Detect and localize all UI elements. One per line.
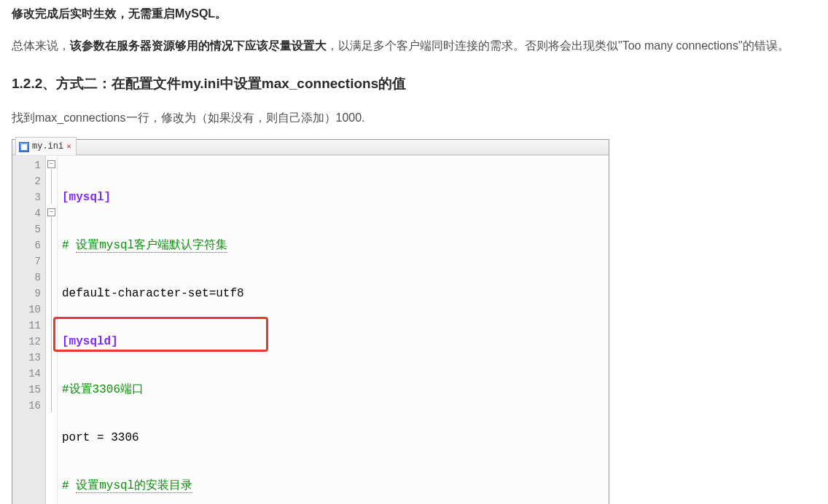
code-line: [mysqld] xyxy=(62,334,609,350)
fold-toggle-mysql[interactable]: − xyxy=(47,160,55,168)
editor-tab-bar: my.ini ✕ xyxy=(12,140,609,155)
line-number: 6 xyxy=(12,237,41,253)
code-line: port = 3306 xyxy=(62,430,609,446)
code-editor: my.ini ✕ 12345678910111213141516 − − [my… xyxy=(12,139,609,504)
code-line: # 设置mysql的安装目录 xyxy=(62,478,609,494)
line-number: 14 xyxy=(12,366,41,382)
line-number: 8 xyxy=(12,269,41,286)
line-number: 9 xyxy=(12,286,41,302)
code-content: [mysql] # 设置mysql客户端默认字符集 default-charac… xyxy=(58,156,609,504)
para-1-bold: 修改完成后实时生效，无需重启MySQL。 xyxy=(12,7,227,20)
fold-column: − − xyxy=(46,156,58,504)
line-number: 15 xyxy=(12,382,41,398)
fold-toggle-mysqld[interactable]: − xyxy=(47,208,55,216)
para-1: 修改完成后实时生效，无需重启MySQL。 xyxy=(12,3,816,25)
line-number: 1 xyxy=(12,157,41,173)
line-number: 10 xyxy=(12,302,41,318)
line-number: 2 xyxy=(12,173,41,189)
heading-method-2: 1.2.2、方式二：在配置文件my.ini中设置max_connections的… xyxy=(12,71,816,97)
code-line: [mysql] xyxy=(62,189,609,205)
line-number-gutter: 12345678910111213141516 xyxy=(12,156,46,504)
para-2: 总体来说，该参数在服务器资源够用的情况下应该尽量设置大，以满足多个客户端同时连接… xyxy=(12,35,816,57)
line-number: 11 xyxy=(12,318,41,334)
para-3: 找到max_connections一行，修改为（如果没有，则自己添加）1000. xyxy=(12,107,816,129)
line-number: 7 xyxy=(12,253,41,269)
code-line: default-character-set=utf8 xyxy=(62,286,609,302)
para-2-prefix: 总体来说， xyxy=(12,39,70,52)
file-icon xyxy=(19,142,29,152)
line-number: 12 xyxy=(12,334,41,350)
editor-tab-label: my.ini xyxy=(32,138,63,155)
editor-tab-myini[interactable]: my.ini ✕ xyxy=(15,137,77,155)
code-line: #设置3306端口 xyxy=(62,382,609,398)
code-line: # 设置mysql客户端默认字符集 xyxy=(62,237,609,253)
para-2-bold: 该参数在服务器资源够用的情况下应该尽量设置大 xyxy=(70,39,327,52)
editor-body: 12345678910111213141516 − − [mysql] # 设置… xyxy=(12,155,609,504)
line-number: 16 xyxy=(12,398,41,414)
line-number: 13 xyxy=(12,350,41,366)
line-number: 5 xyxy=(12,221,41,237)
line-number: 3 xyxy=(12,189,41,205)
close-icon[interactable]: ✕ xyxy=(66,139,71,154)
para-2-suffix: ，以满足多个客户端同时连接的需求。否则将会出现类似"Too many conne… xyxy=(327,39,789,52)
line-number: 4 xyxy=(12,205,41,221)
